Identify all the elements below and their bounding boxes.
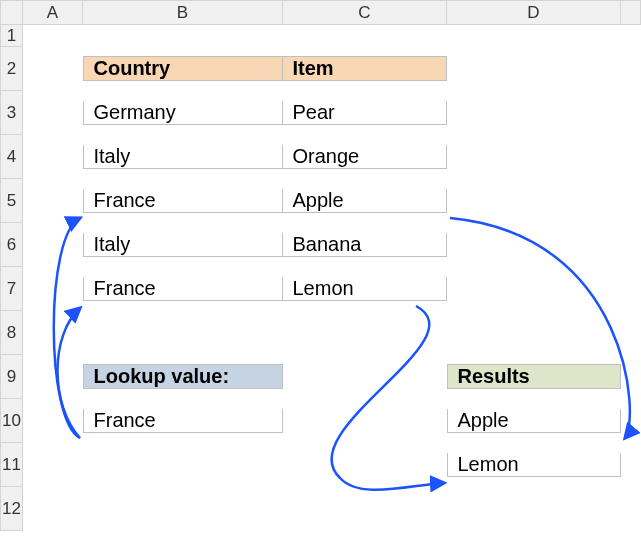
results-value-0: Apple (447, 409, 621, 433)
cell-C7[interactable]: Lemon (283, 267, 447, 311)
cell-B12[interactable] (83, 487, 283, 531)
select-all-corner[interactable] (1, 1, 23, 25)
cell-B5[interactable]: France (83, 179, 283, 223)
row-header-9[interactable]: 9 (1, 355, 23, 399)
cell-A10[interactable] (23, 399, 83, 443)
cell-D11[interactable]: Lemon (447, 443, 621, 487)
cell-A4[interactable] (23, 135, 83, 179)
cell-D10[interactable]: Apple (447, 399, 621, 443)
cell-A12[interactable] (23, 487, 83, 531)
cell-C3[interactable]: Pear (283, 91, 447, 135)
cell-C1[interactable] (283, 25, 447, 47)
cell-A6[interactable] (23, 223, 83, 267)
spreadsheet-view: A B C D 1 2 Country Item 3 Germany Pear … (0, 0, 641, 553)
lookup-value: France (83, 409, 283, 433)
table1-r2-country: France (83, 189, 283, 213)
col-header-B[interactable]: B (83, 1, 283, 25)
cell-D7[interactable] (447, 267, 621, 311)
cell-B3[interactable]: Germany (83, 91, 283, 135)
cell-A9[interactable] (23, 355, 83, 399)
table1-header-item: Item (283, 56, 447, 81)
row-header-10[interactable]: 10 (1, 399, 23, 443)
table1-r0-item: Pear (283, 101, 447, 125)
cell-A7[interactable] (23, 267, 83, 311)
col-header-spill (621, 1, 641, 25)
table1-r3-item: Banana (283, 233, 447, 257)
cell-A3[interactable] (23, 91, 83, 135)
col-header-D[interactable]: D (447, 1, 621, 25)
cell-B9[interactable]: Lookup value: (83, 355, 283, 399)
cell-C8[interactable] (283, 311, 447, 355)
cell-A1[interactable] (23, 25, 83, 47)
cell-D8[interactable] (447, 311, 621, 355)
row-header-3[interactable]: 3 (1, 91, 23, 135)
cell-D6[interactable] (447, 223, 621, 267)
row-header-7[interactable]: 7 (1, 267, 23, 311)
table1-r3-country: Italy (83, 233, 283, 257)
cell-A8[interactable] (23, 311, 83, 355)
cell-C9[interactable] (283, 355, 447, 399)
row-header-2[interactable]: 2 (1, 47, 23, 91)
cell-B6[interactable]: Italy (83, 223, 283, 267)
cell-B11[interactable] (83, 443, 283, 487)
cell-D9[interactable]: Results (447, 355, 621, 399)
cell-A11[interactable] (23, 443, 83, 487)
cell-C5[interactable]: Apple (283, 179, 447, 223)
cell-C4[interactable]: Orange (283, 135, 447, 179)
col-header-A[interactable]: A (23, 1, 83, 25)
row-header-12[interactable]: 12 (1, 487, 23, 531)
row-header-4[interactable]: 4 (1, 135, 23, 179)
table1-r4-country: France (83, 277, 283, 301)
cell-A2[interactable] (23, 47, 83, 91)
col-header-C[interactable]: C (283, 1, 447, 25)
cell-C12[interactable] (283, 487, 447, 531)
row-header-5[interactable]: 5 (1, 179, 23, 223)
table1-header-country: Country (83, 56, 283, 81)
cell-D2[interactable] (447, 47, 621, 91)
row-header-11[interactable]: 11 (1, 443, 23, 487)
cell-D5[interactable] (447, 179, 621, 223)
cell-D3[interactable] (447, 91, 621, 135)
cell-C11[interactable] (283, 443, 447, 487)
table1-r2-item: Apple (283, 189, 447, 213)
results-value-1: Lemon (447, 453, 621, 477)
cell-D1[interactable] (447, 25, 621, 47)
cell-D4[interactable] (447, 135, 621, 179)
cell-B7[interactable]: France (83, 267, 283, 311)
cell-A5[interactable] (23, 179, 83, 223)
table1-r1-country: Italy (83, 145, 283, 169)
cell-C2[interactable]: Item (283, 47, 447, 91)
table1-r1-item: Orange (283, 145, 447, 169)
cell-B10[interactable]: France (83, 399, 283, 443)
cell-B1[interactable] (83, 25, 283, 47)
cell-C6[interactable]: Banana (283, 223, 447, 267)
cell-D12[interactable] (447, 487, 621, 531)
row-header-1[interactable]: 1 (1, 25, 23, 47)
cell-C10[interactable] (283, 399, 447, 443)
cell-B4[interactable]: Italy (83, 135, 283, 179)
row-header-6[interactable]: 6 (1, 223, 23, 267)
cell-B8[interactable] (83, 311, 283, 355)
results-label: Results (447, 364, 621, 389)
lookup-label: Lookup value: (83, 364, 283, 389)
worksheet-grid: A B C D 1 2 Country Item 3 Germany Pear … (0, 0, 641, 531)
table1-r0-country: Germany (83, 101, 283, 125)
row-header-8[interactable]: 8 (1, 311, 23, 355)
table1-r4-item: Lemon (283, 277, 447, 301)
cell-B2[interactable]: Country (83, 47, 283, 91)
